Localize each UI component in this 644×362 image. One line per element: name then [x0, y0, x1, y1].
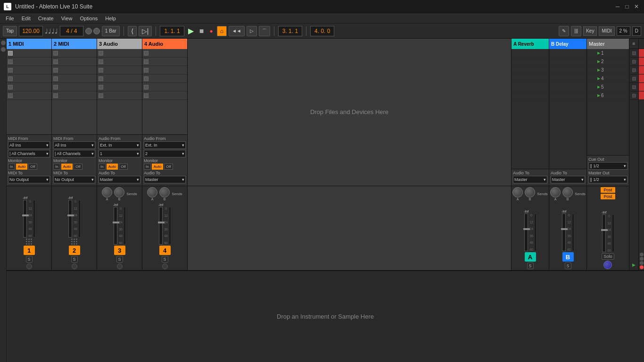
send-knob-a-3[interactable] — [102, 187, 112, 197]
t2-clip-1[interactable] — [52, 49, 97, 58]
solo-rb[interactable]: S — [565, 263, 571, 269]
track-1-fader[interactable] — [23, 200, 27, 238]
menu-view[interactable]: View — [58, 15, 76, 22]
record-button[interactable]: ● — [207, 28, 215, 34]
t3-clip-1[interactable] — [97, 49, 142, 58]
send-knob-rb-ctrl[interactable] — [525, 187, 535, 197]
t2-clip-2[interactable] — [52, 58, 97, 66]
t2-clip-3[interactable] — [52, 66, 97, 74]
solo-1[interactable]: S — [26, 256, 33, 263]
monitor-in-3[interactable]: In — [99, 164, 106, 170]
right-ctrl-1[interactable] — [640, 253, 644, 256]
scene-launch-2[interactable] — [629, 58, 638, 66]
t4-clip-3[interactable] — [142, 66, 187, 74]
clip-slot-2[interactable] — [7, 58, 51, 66]
clip-slot-6[interactable] — [7, 91, 51, 100]
clip-slot-5[interactable] — [7, 83, 51, 91]
audio-to-select-4[interactable]: Master▾ — [144, 176, 186, 183]
post-btn-2[interactable]: Post — [601, 194, 615, 199]
return-a-label-btn[interactable]: A — [525, 252, 536, 262]
t2-clip-5[interactable] — [52, 83, 97, 91]
punch-out-2[interactable]: ⌒ — [259, 26, 270, 36]
left-indicator-2[interactable] — [1, 47, 6, 52]
loop-button[interactable]: ⌂ — [217, 26, 227, 36]
return-a-fader[interactable] — [524, 214, 528, 251]
clip-btn-2[interactable] — [8, 59, 13, 64]
play-all-scenes[interactable]: ▶ — [629, 261, 638, 269]
clip-btn[interactable] — [8, 51, 13, 56]
return-b-to-select[interactable]: Master▾ — [551, 176, 585, 183]
menu-create[interactable]: Create — [34, 15, 58, 22]
all-channels-select-1[interactable]: | All Channels▾ — [8, 150, 50, 157]
minimize-button[interactable]: ─ — [614, 3, 621, 10]
return-b-label-btn[interactable]: B — [562, 252, 574, 262]
track-1-header[interactable]: 1 MIDI — [7, 39, 51, 49]
clip-slot-4[interactable] — [7, 74, 51, 83]
solo-2[interactable]: S — [71, 256, 78, 263]
clip-btn-4[interactable] — [8, 76, 13, 81]
t4-clip-4[interactable] — [142, 74, 187, 83]
monitor-auto-3[interactable]: Auto — [107, 164, 118, 170]
play-button[interactable]: ▶ — [186, 26, 196, 35]
t2-clip-6[interactable] — [52, 91, 97, 100]
clip-slot-3[interactable] — [7, 66, 51, 74]
t2-clip-4[interactable] — [52, 74, 97, 83]
monitor-off-1[interactable]: Off — [28, 164, 37, 170]
overdub-btn-1[interactable] — [85, 28, 92, 34]
monitor-off-3[interactable]: Off — [119, 164, 128, 170]
bpm-display[interactable]: 120.00 — [19, 26, 43, 36]
monitor-in-4[interactable]: In — [144, 164, 151, 170]
monitor-auto-2[interactable]: Auto — [61, 164, 73, 170]
loop-length-display[interactable]: 1 Bar — [102, 26, 120, 36]
arm-2[interactable] — [72, 263, 77, 269]
scene-launch-1[interactable] — [629, 49, 638, 58]
t3-clip-2[interactable] — [97, 58, 142, 66]
clip-btn-5[interactable] — [8, 85, 13, 90]
audio-to-select-3[interactable]: Master▾ — [99, 176, 140, 183]
track-4-number[interactable]: 4 — [159, 246, 171, 255]
add-scene[interactable]: ▷| — [139, 26, 152, 36]
clip-slot[interactable] — [7, 49, 51, 58]
solo-4[interactable]: S — [162, 256, 168, 263]
monitor-auto-1[interactable]: Auto — [16, 164, 27, 170]
send-knob-b-4[interactable] — [159, 187, 170, 197]
right-ctrl-4[interactable] — [640, 265, 644, 269]
solo-3[interactable]: S — [116, 256, 123, 263]
right-ctrl-3[interactable] — [640, 261, 644, 265]
return-b-header[interactable]: B Delay — [549, 39, 586, 49]
return-a-to-select[interactable]: Master▾ — [513, 176, 547, 183]
cue-knob[interactable] — [603, 261, 612, 269]
instrument-area[interactable]: Drop an Instrument or Sample Here — [7, 270, 644, 362]
track-2-number[interactable]: 2 — [69, 246, 80, 255]
t4-clip-2[interactable] — [142, 58, 187, 66]
t4-clip-6[interactable] — [142, 91, 187, 100]
close-button[interactable]: ✕ — [633, 3, 640, 10]
channel-select-3[interactable]: 1▾ — [99, 150, 140, 157]
t3-clip-3[interactable] — [97, 66, 142, 74]
track-2-header[interactable]: 2 MIDI — [52, 39, 97, 49]
channel-select-4[interactable]: 2▾ — [144, 150, 186, 157]
menu-help[interactable]: Help — [101, 15, 120, 22]
track-2-fader[interactable] — [68, 200, 72, 238]
all-channels-select-2[interactable]: | All Channels▾ — [53, 150, 95, 157]
midi-from-select-2[interactable]: All Ins▾ — [53, 141, 95, 149]
send-knob-ra-ctrl[interactable] — [512, 187, 523, 197]
midi-button[interactable]: MIDI — [599, 26, 614, 36]
t4-clip-1[interactable] — [142, 49, 187, 58]
track-4-fader[interactable] — [159, 207, 163, 245]
return-a-header[interactable]: A Reverb — [512, 39, 549, 49]
audio-from-select-4[interactable]: Ext. In▾ — [144, 141, 186, 149]
tap-button[interactable]: Tap — [3, 26, 17, 36]
midi-to-select-1[interactable]: No Output▾ — [8, 176, 50, 183]
clip-btn-3[interactable] — [8, 68, 13, 73]
track-3-number[interactable]: 3 — [114, 246, 125, 255]
draw-mode[interactable]: ✎ — [559, 26, 569, 36]
send-knob-b-3[interactable] — [114, 187, 124, 197]
solo-master[interactable]: Solo — [602, 253, 614, 260]
stop-button[interactable]: ■ — [198, 27, 206, 35]
master-fader[interactable] — [602, 214, 606, 252]
monitor-off-2[interactable]: Off — [74, 164, 83, 170]
grid-mode[interactable]: ||| — [571, 26, 581, 36]
t3-clip-4[interactable] — [97, 74, 142, 83]
punch-out[interactable]: ▷ — [247, 26, 257, 36]
